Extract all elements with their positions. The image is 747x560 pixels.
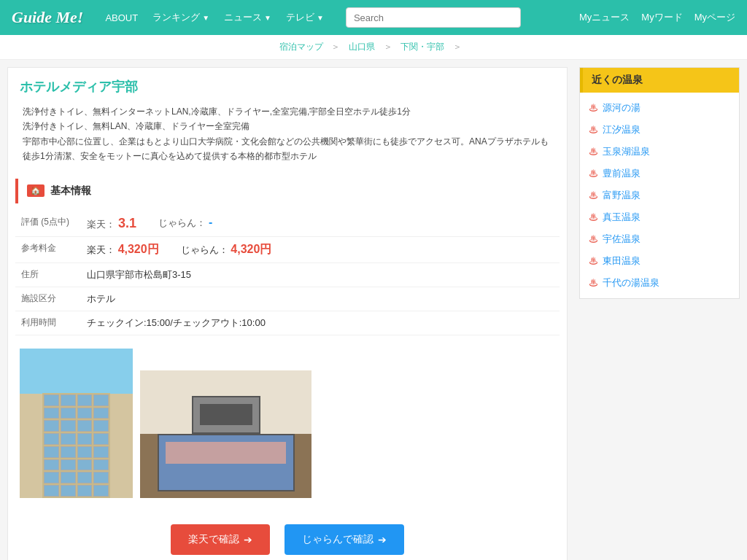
tv-dropdown-icon: ▼ [317, 14, 324, 22]
onsen-icon: ♨ [589, 254, 598, 268]
sidebar-onsen-item[interactable]: ♨江汐温泉 [580, 119, 739, 141]
onsen-icon: ♨ [589, 101, 598, 114]
hotel-desc-line-0: 洗浄付きトイレ、無料インターネットLAN,冷蔵庫、ドライヤー,全室完備,宇部全日… [23, 104, 552, 119]
type-value: ホテル [81, 287, 560, 311]
onsen-icon: ♨ [589, 145, 598, 158]
action-buttons: 楽天で確認 ➔ じゃらんで確認 ➔ [8, 510, 567, 560]
type-row: 施設区分 ホテル [15, 287, 560, 311]
sidebar-onsen-item[interactable]: ♨富野温泉 [580, 184, 739, 206]
my-word-link[interactable]: Myワード [641, 11, 682, 24]
rating-row: 評価 (5点中) 楽天： 3.1 じゃらん： - [15, 211, 560, 237]
rakuten-price-label: 楽天： [87, 244, 115, 255]
sidebar-onsen-item[interactable]: ♨東田温泉 [580, 250, 739, 272]
breadcrumb-sep-2: ＞ [451, 42, 465, 52]
hotel-title: ホテルメディア宇部 [8, 68, 567, 101]
sidebar-onsen-item[interactable]: ♨真玉温泉 [580, 206, 739, 228]
breadcrumb-item-0[interactable]: 宿泊マップ [279, 42, 323, 52]
hotel-images [8, 343, 567, 510]
search-box [346, 7, 521, 28]
sidebar-onsen-item[interactable]: ♨玉泉湖温泉 [580, 141, 739, 163]
basic-info-icon: 🏠 [27, 184, 44, 197]
header: Guide Me! ABOUT ランキング ▼ ニュース ▼ テレビ ▼ Myニ… [0, 0, 747, 35]
hotel-image-exterior [20, 349, 133, 498]
page-wrapper: ホテルメディア宇部 洗浄付きトイレ、無料インターネットLAN,冷蔵庫、ドライヤー… [0, 60, 747, 560]
rating-label: 評価 (5点中) [15, 211, 81, 237]
address-row: 住所 山口県宇部市松島町3-15 [15, 262, 560, 287]
onsen-link[interactable]: 千代の湯温泉 [603, 276, 659, 289]
news-dropdown-icon: ▼ [264, 14, 271, 22]
onsen-link[interactable]: 玉泉湖温泉 [603, 145, 650, 158]
onsen-link[interactable]: 東田温泉 [603, 254, 640, 268]
jalan-button-label: じゃらんで確認 [302, 533, 374, 546]
jalan-label: じゃらん： [158, 217, 206, 230]
my-page-link[interactable]: Myページ [694, 11, 735, 24]
onsen-link[interactable]: 江汐温泉 [603, 123, 640, 136]
my-news-link[interactable]: Myニュース [579, 11, 630, 24]
address-label: 住所 [15, 262, 81, 287]
ranking-dropdown-icon: ▼ [202, 14, 209, 22]
rakuten-label: 楽天： [87, 218, 115, 231]
onsen-icon: ♨ [589, 189, 598, 202]
price-label: 参考料金 [15, 236, 81, 262]
onsen-icon: ♨ [589, 123, 598, 136]
onsen-list: ♨源河の湯♨江汐温泉♨玉泉湖温泉♨豊前温泉♨富野温泉♨真玉温泉♨宇佐温泉♨東田温… [580, 93, 739, 298]
breadcrumb-bar: 宿泊マップ ＞ 山口県 ＞ 下関・宇部 ＞ [0, 35, 747, 60]
breadcrumb-sep-1: ＞ [381, 42, 395, 52]
hours-value: チェックイン:15:00/チェックアウト:10:00 [81, 311, 560, 335]
onsen-icon: ♨ [589, 233, 598, 246]
onsen-link[interactable]: 富野温泉 [603, 189, 640, 202]
nav-item-tv[interactable]: テレビ ▼ [286, 11, 324, 24]
onsen-icon: ♨ [589, 276, 598, 289]
onsen-link[interactable]: 真玉温泉 [603, 211, 640, 224]
rakuten-arrow-icon: ➔ [244, 534, 252, 545]
info-table: 評価 (5点中) 楽天： 3.1 じゃらん： - [15, 211, 560, 335]
type-label: 施設区分 [15, 287, 81, 311]
jalan-price: じゃらん： 4,320円 [181, 242, 272, 257]
breadcrumb-item-1[interactable]: 山口県 [349, 42, 375, 52]
logo[interactable]: Guide Me! [12, 8, 83, 27]
onsen-link[interactable]: 豊前温泉 [603, 167, 640, 180]
onsen-icon: ♨ [589, 167, 598, 180]
hours-row: 利用時間 チェックイン:15:00/チェックアウト:10:00 [15, 311, 560, 335]
main-container: ホテルメディア宇部 洗浄付きトイレ、無料インターネットLAN,冷蔵庫、ドライヤー… [0, 60, 747, 560]
nearby-onsen-box: 近くの温泉 ♨源河の湯♨江汐温泉♨玉泉湖温泉♨豊前温泉♨富野温泉♨真玉温泉♨宇佐… [579, 67, 740, 299]
price-row: 参考料金 楽天： 4,320円 じゃらん： 4,320円 [15, 236, 560, 262]
jalan-rating-value: - [209, 216, 212, 229]
sidebar-onsen-item[interactable]: ♨千代の湯温泉 [580, 272, 739, 294]
hotel-desc-line-1: 洗浄付きトイレ、無料LAN、冷蔵庫、ドライヤー全室完備 [23, 119, 552, 133]
rakuten-button-label: 楽天で確認 [188, 533, 239, 546]
hotel-description: 洗浄付きトイレ、無料インターネットLAN,冷蔵庫、ドライヤー,全室完備,宇部全日… [8, 101, 567, 171]
hotel-image-room [140, 370, 311, 498]
jalan-price-value: 4,320円 [231, 243, 271, 255]
onsen-icon: ♨ [589, 211, 598, 224]
nav-item-news[interactable]: ニュース ▼ [224, 11, 271, 24]
sidebar-onsen-item[interactable]: ♨源河の湯 [580, 97, 739, 119]
rakuten-price-value: 4,320円 [118, 243, 159, 255]
search-input[interactable] [346, 7, 521, 28]
sidebar-onsen-item[interactable]: ♨宇佐温泉 [580, 228, 739, 250]
breadcrumb-item-2[interactable]: 下関・宇部 [400, 42, 444, 52]
jalan-price-label: じゃらん： [181, 244, 228, 255]
rating-values: 楽天： 3.1 じゃらん： - [87, 216, 554, 231]
onsen-link[interactable]: 宇佐温泉 [603, 233, 640, 246]
basic-info-label: 基本情報 [50, 184, 91, 198]
content-area: ホテルメディア宇部 洗浄付きトイレ、無料インターネットLAN,冷蔵庫、ドライヤー… [7, 67, 568, 560]
jalan-rating: じゃらん： - [158, 216, 212, 231]
rakuten-rating: 楽天： 3.1 [87, 216, 136, 231]
sidebar-onsen-item[interactable]: ♨豊前温泉 [580, 163, 739, 184]
nav-item-ranking[interactable]: ランキング ▼ [152, 11, 209, 24]
sidebar-title: 近くの温泉 [580, 68, 739, 93]
basic-info-section-header: 🏠 基本情報 [15, 179, 560, 203]
jalan-confirm-button[interactable]: じゃらんで確認 ➔ [285, 524, 404, 555]
header-right-links: Myニュース Myワード Myページ [579, 11, 735, 24]
price-values: 楽天： 4,320円 じゃらん： 4,320円 [87, 242, 554, 257]
address-value: 山口県宇部市松島町3-15 [81, 262, 560, 287]
breadcrumb-sep-0: ＞ [329, 42, 343, 52]
jalan-arrow-icon: ➔ [378, 534, 387, 545]
hotel-desc-line-2: 宇部市中心部に位置し、企業はもとより山口大学病院・文化会館などの公共機関や繁華街… [23, 134, 552, 164]
hours-label: 利用時間 [15, 311, 81, 335]
rakuten-confirm-button[interactable]: 楽天で確認 ➔ [171, 524, 270, 555]
onsen-link[interactable]: 源河の湯 [603, 101, 640, 114]
nav-item-about[interactable]: ABOUT [105, 12, 138, 23]
rakuten-rating-value: 3.1 [118, 216, 136, 231]
